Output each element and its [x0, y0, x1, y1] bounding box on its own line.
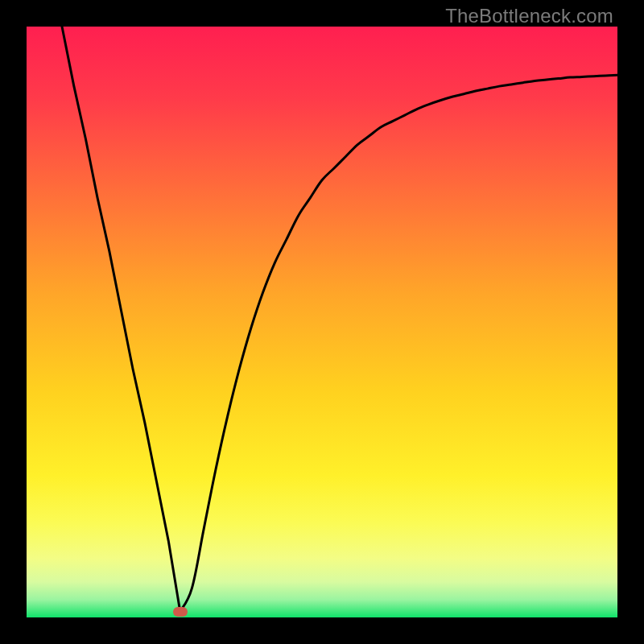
chart-frame: TheBottleneck.com [0, 0, 644, 644]
minimum-marker [173, 607, 188, 617]
bottleneck-curve [27, 27, 617, 617]
plot-area [27, 27, 617, 617]
watermark-text: TheBottleneck.com [445, 5, 613, 27]
